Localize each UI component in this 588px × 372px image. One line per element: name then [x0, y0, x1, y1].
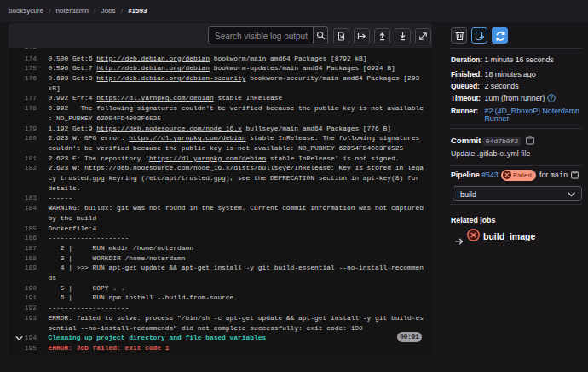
svg-text:?: ?: [550, 95, 553, 101]
